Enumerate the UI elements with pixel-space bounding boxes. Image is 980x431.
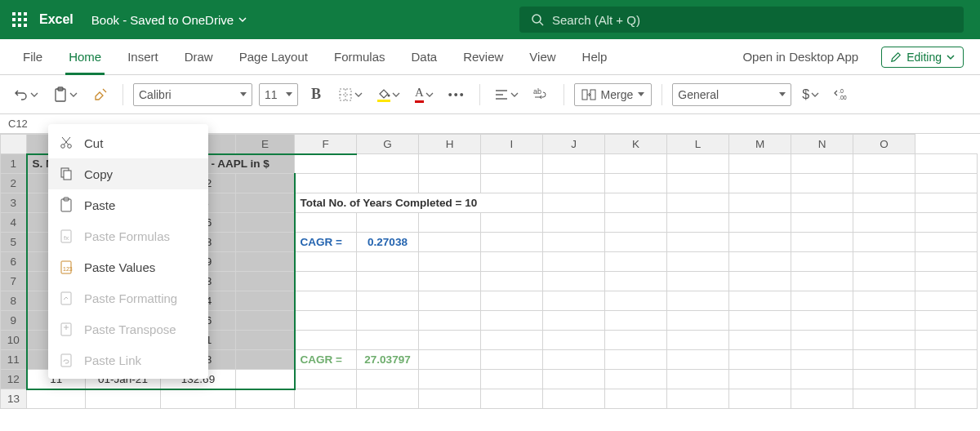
cell[interactable]: [419, 252, 481, 272]
cell[interactable]: [605, 370, 667, 389]
cell[interactable]: [667, 370, 729, 389]
row-header[interactable]: 12: [1, 370, 27, 389]
cell[interactable]: [667, 389, 729, 409]
cell[interactable]: [295, 154, 357, 174]
cell[interactable]: [853, 311, 915, 331]
menu-paste-formulas[interactable]: fx Paste Formulas: [48, 220, 208, 251]
cell[interactable]: [729, 350, 791, 370]
cell[interactable]: [729, 272, 791, 291]
col-header[interactable]: I: [481, 135, 543, 154]
cell[interactable]: [543, 370, 605, 389]
col-header[interactable]: J: [543, 135, 605, 154]
cell[interactable]: [915, 291, 978, 311]
row-header[interactable]: 8: [1, 291, 27, 311]
cell[interactable]: [667, 193, 729, 213]
cell[interactable]: [236, 174, 295, 193]
menu-paste[interactable]: Paste: [48, 189, 208, 220]
tab-formulas[interactable]: Formulas: [321, 39, 399, 75]
cell[interactable]: [295, 272, 357, 291]
borders-button[interactable]: [334, 82, 367, 108]
cell[interactable]: [667, 252, 729, 272]
menu-cut[interactable]: Cut: [48, 127, 208, 158]
cell[interactable]: [357, 154, 419, 174]
cell[interactable]: [295, 291, 357, 311]
cell[interactable]: [605, 311, 667, 331]
cell[interactable]: [419, 174, 481, 193]
menu-paste-values[interactable]: 123 Paste Values: [48, 251, 208, 282]
cell[interactable]: [853, 370, 915, 389]
cell[interactable]: [729, 331, 791, 350]
row-header[interactable]: 13: [1, 389, 27, 409]
cell[interactable]: [357, 291, 419, 311]
cell[interactable]: [729, 213, 791, 233]
cell[interactable]: [481, 213, 543, 233]
col-header[interactable]: H: [419, 135, 481, 154]
row-header[interactable]: 6: [1, 252, 27, 272]
col-header[interactable]: O: [853, 135, 915, 154]
cell[interactable]: [915, 389, 978, 409]
cell[interactable]: [236, 331, 295, 350]
col-header[interactable]: F: [295, 135, 357, 154]
cell[interactable]: [481, 370, 543, 389]
cell[interactable]: [791, 193, 853, 213]
row-header[interactable]: 10: [1, 331, 27, 350]
app-launcher[interactable]: [0, 0, 39, 39]
merge-cells-button[interactable]: Merge: [574, 83, 653, 106]
document-title[interactable]: Book - Saved to OneDrive: [91, 13, 247, 27]
cell[interactable]: [295, 331, 357, 350]
menu-paste-transpose[interactable]: Paste Transpose: [48, 313, 208, 344]
cell[interactable]: [419, 311, 481, 331]
row-header[interactable]: 7: [1, 272, 27, 291]
cell[interactable]: [357, 272, 419, 291]
tab-help[interactable]: Help: [569, 39, 621, 75]
cell[interactable]: [915, 311, 978, 331]
col-header[interactable]: E: [236, 135, 295, 154]
cell[interactable]: Total No. of Years Completed = 10: [295, 193, 543, 213]
cell[interactable]: [791, 311, 853, 331]
cell[interactable]: [481, 174, 543, 193]
cell[interactable]: [605, 272, 667, 291]
row-header[interactable]: 5: [1, 233, 27, 252]
cell[interactable]: [543, 233, 605, 252]
cell[interactable]: [481, 252, 543, 272]
cell[interactable]: [791, 174, 853, 193]
cell[interactable]: [667, 154, 729, 174]
cell[interactable]: [667, 350, 729, 370]
cell[interactable]: [853, 174, 915, 193]
cell[interactable]: [791, 213, 853, 233]
cell[interactable]: [236, 193, 295, 213]
cell[interactable]: CAGR =: [295, 350, 357, 370]
cell[interactable]: [853, 350, 915, 370]
number-format-select[interactable]: General: [672, 83, 791, 106]
cell[interactable]: [605, 213, 667, 233]
cell[interactable]: [543, 272, 605, 291]
cell[interactable]: [729, 311, 791, 331]
cell[interactable]: [667, 213, 729, 233]
cell[interactable]: [853, 252, 915, 272]
cell[interactable]: [853, 331, 915, 350]
cell[interactable]: [357, 252, 419, 272]
cell[interactable]: [419, 233, 481, 252]
cell[interactable]: [295, 389, 357, 409]
cell[interactable]: [357, 331, 419, 350]
col-header[interactable]: M: [729, 135, 791, 154]
cell[interactable]: [236, 272, 295, 291]
cell[interactable]: [481, 331, 543, 350]
cell[interactable]: [419, 272, 481, 291]
cell[interactable]: [543, 311, 605, 331]
cell[interactable]: [295, 370, 357, 389]
cell[interactable]: [729, 389, 791, 409]
cell[interactable]: [667, 233, 729, 252]
cell[interactable]: [543, 213, 605, 233]
cell[interactable]: [853, 272, 915, 291]
cell[interactable]: [915, 213, 978, 233]
cell[interactable]: [729, 252, 791, 272]
cell[interactable]: [853, 213, 915, 233]
cell[interactable]: [357, 174, 419, 193]
cell[interactable]: [667, 272, 729, 291]
row-header[interactable]: 1: [1, 154, 27, 174]
cell[interactable]: [605, 193, 667, 213]
cell[interactable]: [605, 350, 667, 370]
cell[interactable]: [605, 331, 667, 350]
cell[interactable]: [853, 233, 915, 252]
